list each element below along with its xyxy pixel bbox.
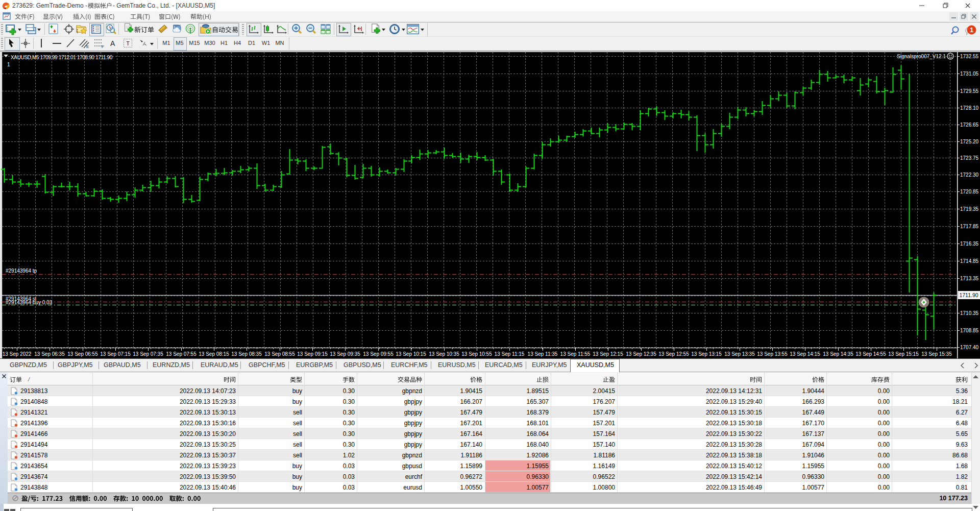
svg-text:1710.35: 1710.35 xyxy=(960,310,979,316)
svg-text:13 Sep 15:35: 13 Sep 15:35 xyxy=(921,351,952,357)
svg-text:1725.20: 1725.20 xyxy=(960,139,979,144)
svg-text:13 Sep 13:15: 13 Sep 13:15 xyxy=(691,351,722,357)
svg-text:13 Sep 15:15: 13 Sep 15:15 xyxy=(888,351,919,357)
svg-text:1: 1 xyxy=(970,26,973,34)
svg-text:13 Sep 12:55: 13 Sep 12:55 xyxy=(658,351,689,357)
svg-text:1707.40: 1707.40 xyxy=(960,345,979,350)
svg-text:1720.85: 1720.85 xyxy=(960,189,979,194)
svg-text:13 Sep 11:15: 13 Sep 11:15 xyxy=(495,351,525,357)
svg-text:13 Sep 07:35: 13 Sep 07:35 xyxy=(133,351,163,357)
svg-text:13 Sep 08:15: 13 Sep 08:15 xyxy=(199,351,229,357)
svg-text:13 Sep 07:15: 13 Sep 07:15 xyxy=(100,351,131,357)
svg-text:1717.85: 1717.85 xyxy=(960,224,979,229)
svg-text:F: F xyxy=(102,44,104,48)
svg-text:E: E xyxy=(86,44,89,48)
svg-text:13 Sep 08:55: 13 Sep 08:55 xyxy=(264,351,295,357)
svg-text:1728.10: 1728.10 xyxy=(960,105,979,111)
svg-text:13 Sep 09:15: 13 Sep 09:15 xyxy=(297,351,328,357)
svg-text:1729.55: 1729.55 xyxy=(960,88,979,94)
svg-text:13 Sep 07:55: 13 Sep 07:55 xyxy=(166,351,197,357)
svg-text:T: T xyxy=(126,40,130,46)
svg-text:1708.85: 1708.85 xyxy=(960,328,979,333)
svg-text:13 Sep 11:35: 13 Sep 11:35 xyxy=(528,351,558,357)
svg-text:13 Sep 13:55: 13 Sep 13:55 xyxy=(757,351,788,357)
svg-text:Signalspro007_V12.1: Signalspro007_V12.1 xyxy=(897,54,946,59)
svg-text:13 Sep 11:55: 13 Sep 11:55 xyxy=(560,351,591,357)
svg-text:13 Sep 12:35: 13 Sep 12:35 xyxy=(626,351,656,357)
svg-text:1713.35: 1713.35 xyxy=(960,276,979,281)
svg-text:13 Sep 09:55: 13 Sep 09:55 xyxy=(363,351,394,357)
svg-text:1722.30: 1722.30 xyxy=(960,172,979,178)
svg-text:13 Sep 09:35: 13 Sep 09:35 xyxy=(330,351,360,357)
svg-text:#29143964 tp: #29143964 tp xyxy=(6,268,37,274)
svg-text:13 Sep 14:35: 13 Sep 14:35 xyxy=(823,351,853,357)
svg-text:13 Sep 06:55: 13 Sep 06:55 xyxy=(67,351,98,357)
svg-text:XAUUSD,M5 1709.99 1712.01 1708: XAUUSD,M5 1709.99 1712.01 1708.90 1711.9… xyxy=(11,55,113,60)
svg-text:1723.75: 1723.75 xyxy=(960,155,979,161)
svg-text:1732.55: 1732.55 xyxy=(960,54,979,59)
svg-text:1714.85: 1714.85 xyxy=(960,258,979,264)
svg-text:1716.35: 1716.35 xyxy=(960,241,979,247)
svg-text:13 Sep 12:15: 13 Sep 12:15 xyxy=(593,351,623,357)
svg-text:13 Sep 13:35: 13 Sep 13:35 xyxy=(724,351,755,357)
svg-text:1719.35: 1719.35 xyxy=(960,206,979,212)
svg-text:13 Sep 10:55: 13 Sep 10:55 xyxy=(461,351,492,357)
svg-text:13 Sep 14:15: 13 Sep 14:15 xyxy=(790,351,820,357)
svg-text:13 Sep 2022: 13 Sep 2022 xyxy=(3,351,32,357)
svg-text:13 Sep 10:15: 13 Sep 10:15 xyxy=(396,351,426,357)
svg-text:1726.65: 1726.65 xyxy=(960,122,979,128)
svg-text:13 Sep 08:35: 13 Sep 08:35 xyxy=(231,351,262,357)
svg-text:13 Sep 06:35: 13 Sep 06:35 xyxy=(34,351,65,357)
svg-text:13 Sep 14:55: 13 Sep 14:55 xyxy=(855,351,886,357)
svg-text:13 Sep 10:35: 13 Sep 10:35 xyxy=(429,351,459,357)
svg-text:1: 1 xyxy=(7,62,10,67)
svg-text:#29143964 buy 0.03: #29143964 buy 0.03 xyxy=(6,300,53,305)
svg-text:1731.05: 1731.05 xyxy=(960,71,979,77)
svg-text:1711.90: 1711.90 xyxy=(959,292,978,298)
